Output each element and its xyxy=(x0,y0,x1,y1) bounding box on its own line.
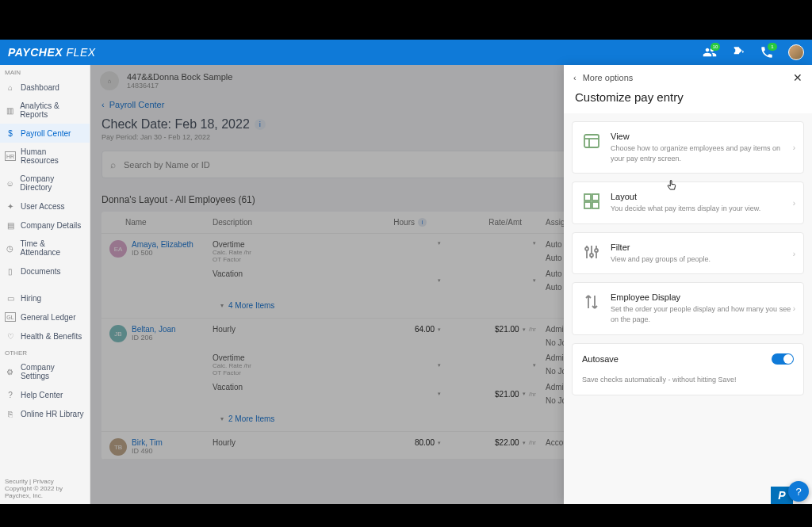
option-desc: View and pay groups of people. xyxy=(611,254,794,265)
option-title: Employee Display xyxy=(611,292,794,302)
autosave-card: AutosaveSave checks automatically - with… xyxy=(572,343,804,395)
help-fab[interactable]: ? xyxy=(788,481,809,502)
option-desc: You decide what pay items display in you… xyxy=(611,204,794,214)
nav-analytics[interactable]: ▥Analytics & Reports xyxy=(0,97,90,124)
nav-settings[interactable]: ⚙Company Settings xyxy=(0,358,90,385)
footer-links[interactable]: Security | Privacy xyxy=(5,478,85,485)
svg-point-11 xyxy=(590,254,593,257)
nav-company-details[interactable]: ▤Company Details xyxy=(0,216,90,235)
view-icon xyxy=(582,132,601,151)
autosave-desc: Save checks automatically - without hitt… xyxy=(582,376,794,384)
chevron-right-icon: › xyxy=(793,304,795,313)
help-icon: ? xyxy=(5,390,16,399)
panel-title: Customize pay entry xyxy=(564,87,812,113)
layout-icon xyxy=(582,192,601,211)
nav-section-main: MAIN xyxy=(0,65,90,78)
chevron-right-icon: › xyxy=(793,143,795,152)
heart-icon: ♡ xyxy=(5,331,16,341)
nav-health[interactable]: ♡Health & Benefits xyxy=(0,327,90,346)
svg-rect-5 xyxy=(584,202,591,208)
nav-dashboard[interactable]: ⌂Dashboard xyxy=(0,78,90,97)
key-icon: ✦ xyxy=(5,201,16,211)
svg-rect-0 xyxy=(584,135,599,147)
filter-icon xyxy=(582,242,601,262)
autosave-label: Autosave xyxy=(582,354,619,364)
option-layout[interactable]: LayoutYou decide what pay items display … xyxy=(572,181,804,224)
svg-rect-3 xyxy=(584,194,591,200)
nav-hr-library[interactable]: ⎘Online HR Library xyxy=(0,404,90,423)
building-icon: ▤ xyxy=(5,220,16,230)
option-title: Layout xyxy=(611,192,794,201)
dollar-icon: $ xyxy=(5,128,16,138)
svg-point-12 xyxy=(595,249,598,252)
user-avatar[interactable] xyxy=(788,44,804,60)
gear-icon: ⚙ xyxy=(5,367,16,376)
nav-payroll-center[interactable]: $Payroll Center xyxy=(0,124,90,143)
svg-rect-6 xyxy=(592,202,599,208)
nav-time[interactable]: ◷Time & Attendance xyxy=(0,235,90,262)
footer-copyright: Copyright © 2022 by Paychex, Inc. xyxy=(5,485,85,499)
nav-hr[interactable]: HRHuman Resources xyxy=(0,143,90,170)
customize-pay-entry-panel: ‹ More options ✕ Customize pay entry Vie… xyxy=(564,65,812,504)
chevron-right-icon: › xyxy=(793,249,795,258)
doc-icon: ▯ xyxy=(5,266,16,276)
nav-hiring[interactable]: ▭Hiring xyxy=(0,288,90,307)
chevron-left-icon[interactable]: ‹ xyxy=(573,73,576,82)
megaphone-icon[interactable] xyxy=(731,45,745,59)
close-icon[interactable]: ✕ xyxy=(793,71,802,84)
panel-back-link[interactable]: More options xyxy=(583,73,634,82)
chevron-right-icon: › xyxy=(793,198,795,207)
nav-documents[interactable]: ▯Documents xyxy=(0,262,90,281)
empdisplay-icon xyxy=(582,292,601,311)
app-header: PAYCHEX FLEX 10 1 xyxy=(0,40,812,65)
nav-directory[interactable]: ☺Company Directory xyxy=(0,170,90,197)
option-title: Filter xyxy=(611,242,794,252)
phone-icon[interactable]: 1 xyxy=(760,45,774,59)
gl-icon: GL xyxy=(5,312,16,322)
link-icon: ⎘ xyxy=(5,409,16,418)
svg-rect-4 xyxy=(592,194,599,200)
nav-section-other: OTHER xyxy=(0,346,90,358)
home-icon: ⌂ xyxy=(5,82,16,92)
brand-logo: PAYCHEX FLEX xyxy=(8,45,96,59)
autosave-toggle[interactable] xyxy=(772,353,794,365)
briefcase-icon: ▭ xyxy=(5,293,16,303)
option-filter[interactable]: FilterView and pay groups of people.› xyxy=(572,232,804,275)
nav-user-access[interactable]: ✦User Access xyxy=(0,197,90,216)
option-title: View xyxy=(611,132,794,141)
option-desc: Choose how to organize employees and pay… xyxy=(611,143,794,163)
nav-help[interactable]: ?Help Center xyxy=(0,385,90,404)
option-view[interactable]: ViewChoose how to organize employees and… xyxy=(572,121,804,174)
nav-gl[interactable]: GLGeneral Ledger xyxy=(0,307,90,327)
option-empdisplay[interactable]: Employee DisplaySet the order your peopl… xyxy=(572,282,804,334)
option-desc: Set the order your people display and ho… xyxy=(611,304,794,324)
svg-point-10 xyxy=(585,247,588,250)
people-icon: ☺ xyxy=(5,178,15,188)
people-icon[interactable]: 10 xyxy=(703,45,717,59)
sidebar: MAIN ⌂Dashboard ▥Analytics & Reports $Pa… xyxy=(0,65,90,504)
clock-icon: ◷ xyxy=(5,243,16,253)
chart-icon: ▥ xyxy=(5,105,15,115)
hr-icon: HR xyxy=(5,151,16,161)
